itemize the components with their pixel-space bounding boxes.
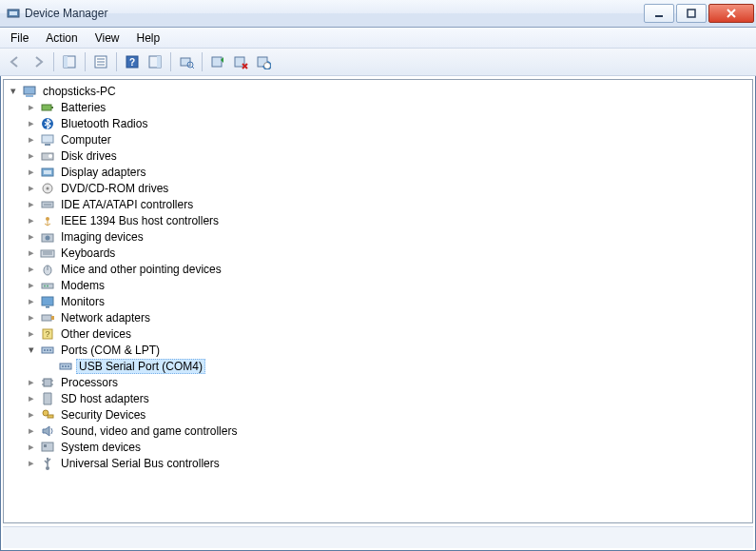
expand-toggle-icon[interactable] (25, 183, 38, 193)
expand-toggle-icon[interactable] (25, 264, 38, 274)
tree-item-label: Modems (58, 278, 107, 293)
tree-item-label: Mice and other pointing devices (58, 262, 224, 277)
expand-toggle-icon[interactable] (25, 312, 38, 323)
usb-icon (40, 456, 55, 471)
device-tree: chopsticks-PC Batteries Bluetooth Radios (7, 83, 752, 471)
expand-toggle-icon[interactable] (25, 344, 38, 355)
tree-item-ieee1394[interactable]: IEEE 1394 Bus host controllers (25, 212, 752, 228)
scan-hardware-button[interactable] (175, 50, 198, 73)
tree-item-imaging[interactable]: Imaging devices (25, 228, 752, 245)
svg-rect-50 (51, 316, 54, 320)
uninstall-button[interactable] (229, 50, 252, 73)
expand-toggle-icon[interactable] (25, 150, 38, 161)
expand-toggle-icon[interactable] (25, 280, 38, 290)
svg-point-33 (47, 187, 49, 189)
expand-toggle-icon[interactable] (25, 328, 38, 339)
forward-button[interactable] (27, 50, 49, 73)
disable-button[interactable] (252, 50, 275, 73)
svg-rect-22 (26, 95, 33, 97)
show-hide-console-tree-button[interactable] (58, 50, 81, 73)
toolbar-separator (170, 52, 171, 71)
tree-item-keyboards[interactable]: Keyboards (25, 245, 752, 261)
expand-toggle-icon[interactable] (25, 167, 38, 177)
network-adapter-icon (40, 310, 55, 325)
expand-toggle-icon[interactable] (25, 215, 38, 226)
tree-item-dvd-cd[interactable]: DVD/CD-ROM drives (25, 180, 752, 196)
tree-item-security[interactable]: Security Devices (25, 406, 752, 423)
expand-toggle-icon[interactable] (25, 393, 38, 403)
maximize-button[interactable] (676, 4, 707, 23)
tree-item-network-adapters[interactable]: Network adapters (25, 309, 752, 325)
tree-item-ports[interactable]: Ports (COM & LPT) (25, 342, 752, 358)
svg-point-59 (65, 365, 67, 367)
svg-point-38 (46, 235, 50, 240)
svg-rect-1 (10, 11, 17, 15)
toolbar-separator (53, 52, 54, 71)
expand-toggle-icon[interactable] (25, 118, 38, 128)
svg-rect-13 (157, 56, 161, 68)
help-button[interactable]: ? (121, 50, 144, 73)
tree-root[interactable]: chopsticks-PC (7, 83, 752, 99)
tree-item-other-devices[interactable]: ? Other devices (25, 325, 752, 342)
tree-item-sd-host[interactable]: SD host adapters (25, 390, 752, 406)
properties-button[interactable] (89, 50, 112, 73)
tree-item-label: Bluetooth Radios (58, 116, 150, 131)
tree-item-display-adapters[interactable]: Display adapters (25, 164, 752, 180)
svg-rect-67 (48, 415, 53, 418)
minimize-button[interactable] (644, 4, 674, 23)
back-button[interactable] (4, 50, 27, 73)
tree-item-modems[interactable]: Modems (25, 277, 752, 293)
system-device-icon (40, 440, 55, 455)
tree-item-label: DVD/CD-ROM drives (58, 181, 171, 196)
expand-toggle-icon[interactable] (25, 409, 38, 420)
other-devices-icon: ? (40, 326, 55, 342)
tree-panel[interactable]: chopsticks-PC Batteries Bluetooth Radios (3, 79, 753, 523)
expand-toggle-icon[interactable] (25, 231, 38, 242)
expand-toggle-icon[interactable] (7, 86, 20, 96)
expand-toggle-icon[interactable] (25, 247, 38, 258)
tree-item-label: Computer (58, 132, 114, 148)
tree-item-usb-serial-port[interactable]: USB Serial Port (COM4) (43, 358, 752, 374)
tree-item-computer[interactable]: Computer (25, 131, 752, 148)
firewire-icon (40, 213, 55, 228)
tree-item-ide-ata[interactable]: IDE ATA/ATAPI controllers (25, 196, 752, 212)
monitor-icon (40, 294, 55, 309)
svg-rect-17 (212, 57, 222, 67)
svg-rect-24 (51, 107, 53, 108)
tree-item-label: Batteries (58, 100, 108, 115)
modem-icon (40, 278, 55, 293)
tree-children: Batteries Bluetooth Radios Computer Disk… (7, 99, 752, 471)
toolbar-separator (116, 52, 117, 71)
tree-item-batteries[interactable]: Batteries (25, 99, 752, 115)
expand-toggle-icon[interactable] (25, 442, 38, 452)
expand-toggle-icon[interactable] (25, 377, 38, 387)
tree-item-bluetooth[interactable]: Bluetooth Radios (25, 115, 752, 131)
toolbar: ? (0, 49, 756, 76)
port-icon (40, 343, 55, 358)
menu-file[interactable]: File (2, 30, 37, 47)
expand-toggle-icon[interactable] (25, 102, 38, 112)
bluetooth-icon (40, 116, 55, 131)
tree-item-monitors[interactable]: Monitors (25, 293, 752, 309)
tree-item-sound[interactable]: Sound, video and game controllers (25, 423, 752, 439)
tree-item-usb-controllers[interactable]: Universal Serial Bus controllers (25, 455, 752, 471)
tree-item-system-devices[interactable]: System devices (25, 439, 752, 455)
expand-toggle-icon[interactable] (25, 425, 38, 436)
expand-toggle-icon[interactable] (25, 134, 38, 145)
expand-toggle-icon[interactable] (25, 458, 38, 468)
tree-item-disk-drives[interactable]: Disk drives (25, 148, 752, 164)
svg-point-72 (47, 457, 48, 459)
tree-item-label: Processors (58, 375, 121, 390)
close-button[interactable] (708, 4, 754, 23)
menu-view[interactable]: View (87, 30, 128, 47)
action-pane-button[interactable] (144, 50, 166, 73)
expand-toggle-icon[interactable] (25, 199, 38, 209)
menu-help[interactable]: Help (128, 30, 169, 47)
tree-item-mice[interactable]: Mice and other pointing devices (25, 261, 752, 277)
update-driver-button[interactable] (206, 50, 229, 73)
svg-point-45 (44, 285, 46, 286)
menu-action[interactable]: Action (37, 30, 86, 47)
svg-text:?: ? (45, 329, 49, 339)
expand-toggle-icon[interactable] (25, 296, 38, 306)
tree-item-processors[interactable]: Processors (25, 374, 752, 390)
